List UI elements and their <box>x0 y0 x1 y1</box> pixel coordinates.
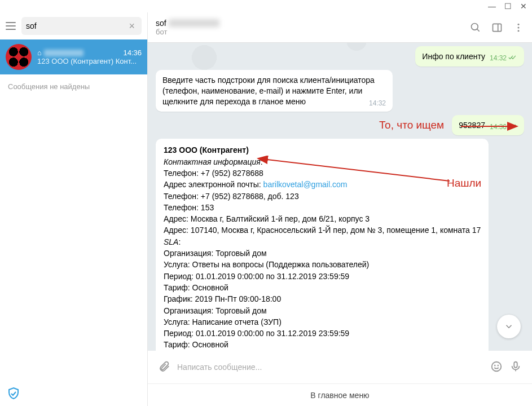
svg-point-11 <box>498 365 498 365</box>
card-line: Адрес: Москва г, Балтийский 1-й пер, дом… <box>164 213 481 224</box>
card-line: Услуга: Написание отчета (ЗУП) <box>164 316 481 328</box>
contact-label: Контактная информация <box>164 157 261 166</box>
search-input[interactable] <box>26 21 126 30</box>
message-text: Введите часть подстроки для поиска клиен… <box>162 76 375 106</box>
main-menu-button[interactable]: В главное меню <box>148 383 532 406</box>
minimize-button[interactable]: — <box>488 2 496 10</box>
card-line: Тариф: Основной <box>164 282 481 293</box>
card-line: Телефон: +7 (952) 8278688 <box>164 167 481 179</box>
card-line: Телефон: +7 (952) 8278688, доб. 123 <box>164 191 481 202</box>
chat-title-redacted <box>169 19 219 27</box>
svg-rect-2 <box>493 24 502 31</box>
security-shield-icon <box>7 387 20 400</box>
card-line: Адрес: 107140, Москва г, Красносельский … <box>164 224 481 236</box>
clear-search-icon[interactable]: × <box>126 20 137 32</box>
bot-icon: ⌂ <box>37 48 42 57</box>
scroll-down-button[interactable] <box>497 315 521 338</box>
svg-point-6 <box>518 30 520 32</box>
card-line: Период: 01.01.2019 0:00:00 по 31.12.2019… <box>164 271 481 282</box>
message-text: Инфо по клиенту <box>422 52 485 61</box>
chat-name-redacted <box>44 50 83 56</box>
read-ticks-icon <box>508 122 517 131</box>
chat-title-prefix: sof <box>156 19 166 28</box>
svg-point-5 <box>518 27 520 28</box>
emoji-icon[interactable] <box>487 360 506 374</box>
message-time: 14:32 <box>490 54 507 63</box>
svg-point-0 <box>472 23 478 30</box>
info-card[interactable]: 123 ООО (Контрагент) Контактная информац… <box>156 139 489 351</box>
card-line: Тариф: Основной <box>164 339 481 350</box>
window-titlebar: — ☐ ✕ <box>0 0 532 12</box>
chat-list-item[interactable]: ⌂ 14:36 123 ООО (Контрагент) Конт... <box>0 39 147 74</box>
email-label: Адрес электронной почты: <box>164 180 263 189</box>
chevron-down-icon <box>504 321 514 332</box>
svg-point-10 <box>495 365 495 365</box>
more-icon[interactable] <box>513 22 524 33</box>
panel-icon[interactable] <box>491 22 503 33</box>
sidebar: × ⌂ 14:36 123 ООО (Контрагент) Конт... <box>0 12 148 406</box>
search-icon[interactable] <box>470 22 481 33</box>
menu-icon[interactable] <box>6 22 16 30</box>
chat-header: sof бот <box>148 12 532 43</box>
card-line: Организация: Торговый дом <box>164 305 481 316</box>
message-incoming[interactable]: Введите часть подстроки для поиска клиен… <box>156 70 393 112</box>
card-title: 123 ООО (Контрагент) <box>164 144 481 156</box>
composer <box>148 351 532 383</box>
attach-icon[interactable] <box>155 360 174 374</box>
card-line: Телефон: 153 <box>164 202 481 213</box>
message-outgoing[interactable]: Инфо по клиенту 14:32 <box>415 46 524 67</box>
message-outgoing[interactable]: 952827 14:36 <box>452 115 524 135</box>
message-time: 14:36 <box>490 122 507 131</box>
search-box: × <box>21 17 142 35</box>
message-time: 14:32 <box>369 99 386 108</box>
message-text: 952827 <box>459 121 485 130</box>
svg-line-1 <box>477 29 480 31</box>
sla-label: SLA <box>164 237 178 246</box>
close-button[interactable]: ✕ <box>520 2 527 10</box>
chat-time: 14:36 <box>123 48 142 57</box>
sidebar-empty-text: Сообщения не найдены <box>0 74 147 99</box>
svg-point-4 <box>518 23 520 25</box>
card-line: Услуга: Ответы на вопросы (Поддержка пол… <box>164 259 481 270</box>
microphone-icon[interactable] <box>506 360 525 374</box>
read-ticks-icon <box>508 54 517 63</box>
card-line: Период: 01.01.2019 0:00:00 по 31.12.2019… <box>164 328 481 339</box>
svg-point-9 <box>492 361 502 371</box>
svg-rect-12 <box>514 361 517 367</box>
card-email-link[interactable]: barilkovetal@gmail.com <box>263 180 348 189</box>
chat-avatar <box>6 44 32 70</box>
maximize-button[interactable]: ☐ <box>504 2 512 10</box>
chat-subtitle: бот <box>156 28 219 36</box>
chat-preview: 123 ООО (Контрагент) Конт... <box>37 57 142 65</box>
message-input[interactable] <box>174 359 487 375</box>
card-line: График: 2019 Пн-Пт 09:00-18:00 <box>164 293 481 304</box>
card-line: Организация: Торговый дом <box>164 248 481 259</box>
